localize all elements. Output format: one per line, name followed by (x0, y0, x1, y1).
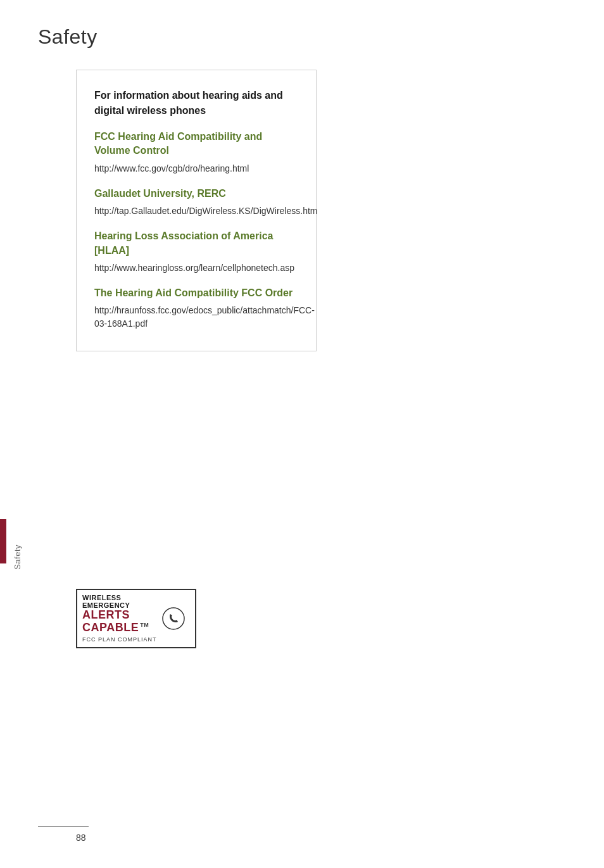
svg-point-0 (163, 608, 184, 629)
wea-text: WIRELESS EMERGENCY ALERTS CAPABLETM FCC … (82, 594, 157, 643)
phone-icon (162, 607, 185, 630)
wea-alerts-text: ALERTS (82, 609, 157, 622)
wea-capable-text: CAPABLETM (82, 622, 157, 634)
section-fcc-hac: FCC Hearing Aid Compatibility and Volume… (94, 130, 298, 175)
sidebar-bar (0, 519, 6, 563)
section-url-hlaa: http://www.hearingloss.org/learn/cellpho… (94, 261, 298, 275)
section-heading-gallaudet: Gallaudet University, RERC (94, 187, 298, 201)
section-hac-order: The Hearing Aid Compatibility FCC Order … (94, 286, 298, 330)
section-url-gallaudet: http://tap.Gallaudet.edu/DigWireless.KS/… (94, 204, 298, 218)
wea-tm: TM (140, 622, 149, 628)
section-hlaa: Hearing Loss Association of America [HLA… (94, 229, 298, 275)
section-heading-hac-order: The Hearing Aid Compatibility FCC Order (94, 286, 298, 300)
intro-text: For information about hearing aids and d… (94, 88, 298, 118)
content-box: For information about hearing aids and d… (76, 70, 317, 351)
wea-fcc-text: FCC PLAN COMPLIANT (82, 637, 157, 643)
wea-wireless-text: WIRELESS (82, 594, 157, 601)
wea-badge: WIRELESS EMERGENCY ALERTS CAPABLETM FCC … (76, 589, 196, 646)
section-heading-fcc-hac: FCC Hearing Aid Compatibility and Volume… (94, 130, 298, 158)
page-number: 88 (76, 833, 86, 843)
section-gallaudet: Gallaudet University, RERC http://tap.Ga… (94, 187, 298, 218)
divider-line (38, 826, 89, 827)
sidebar-label: Safety (13, 544, 22, 570)
section-heading-hlaa: Hearing Loss Association of America [HLA… (94, 229, 298, 258)
section-url-hac-order: http://hraunfoss.fcc.gov/edocs_public/at… (94, 304, 298, 330)
section-url-fcc-hac: http://www.fcc.gov/cgb/dro/hearing.html (94, 162, 298, 175)
page-title: Safety (38, 25, 98, 49)
